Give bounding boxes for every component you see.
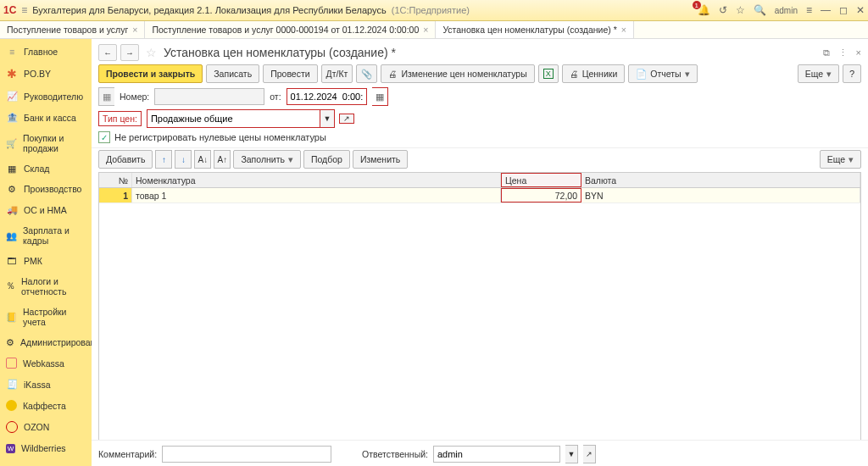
sidebar-item-label: ОС и НМА (24, 205, 67, 215)
user-label[interactable]: admin (775, 6, 798, 15)
sidebar-item-label: Зарплата и кадры (23, 225, 86, 246)
number-input[interactable] (154, 88, 264, 105)
cell-n[interactable]: 1 (99, 188, 132, 202)
number-label: Номер: (120, 92, 149, 102)
reports-dropdown[interactable]: 📄Отчеты (628, 64, 697, 83)
tab-1[interactable]: Поступление товаров и услуг 0000-000194 … (145, 21, 436, 38)
edit-button[interactable]: Изменить (353, 150, 408, 169)
print-icon: 🖨 (388, 69, 398, 79)
bell-badge: 1 (693, 1, 701, 9)
nav-back-button[interactable]: ← (98, 44, 117, 61)
sort-asc-button[interactable]: A↓ (194, 150, 211, 169)
topbar-right: 🔔1 ↺ ☆ 🔍 admin ≡ ― ◻ ✕ (698, 4, 865, 16)
table-row[interactable]: 1 товар 1 72,00 BYN (99, 188, 860, 203)
close-window-icon[interactable]: ✕ (856, 4, 865, 16)
sidebar-item-hr[interactable]: 👥Зарплата и кадры (0, 220, 92, 251)
add-row-button[interactable]: Добавить (98, 150, 153, 169)
sidebar-item-wildberries[interactable]: WWildberries (0, 438, 92, 458)
app-title: Бухгалтерия для Беларуси, редакция 2.1. … (32, 5, 386, 15)
sidebar-item-poby[interactable]: ✱PO.BY (0, 62, 92, 86)
tab-2-close-icon[interactable]: × (621, 25, 626, 35)
calendar-icon[interactable]: ▦ (372, 87, 388, 106)
sidebar-item-webkassa[interactable]: Webkassa (0, 352, 92, 374)
zero-prices-checkbox[interactable]: ✓ (98, 131, 110, 143)
cell-price[interactable]: 72,00 (501, 188, 581, 202)
move-down-button[interactable]: ↓ (175, 150, 192, 169)
date-input[interactable] (287, 88, 367, 105)
sidebar-item-sales[interactable]: 🛒Покупки и продажи (0, 128, 92, 158)
col-nom-header[interactable]: Номенклатура (132, 173, 501, 187)
star-top-icon[interactable]: ☆ (736, 4, 745, 16)
history-icon[interactable]: ↺ (719, 4, 727, 16)
col-cur-header[interactable]: Валюта (581, 173, 860, 187)
table-more-button[interactable]: Еще (820, 150, 861, 169)
detach-window-icon[interactable]: ⧉ (823, 47, 830, 58)
sidebar-item-assets[interactable]: 🚚ОС и НМА (0, 199, 92, 220)
window-options-icon[interactable]: ≡ (806, 4, 812, 16)
maximize-icon[interactable]: ◻ (839, 4, 848, 16)
responsible-open-icon[interactable]: ↗ (583, 445, 596, 463)
move-up-button[interactable]: ↑ (155, 150, 172, 169)
tab-1-close-icon[interactable]: × (423, 25, 428, 35)
webkassa-icon (6, 358, 17, 369)
zero-prices-label: Не регистрировать нулевые цены номенклат… (114, 132, 326, 142)
post-and-close-button[interactable]: Провести и закрыть (98, 64, 203, 83)
sidebar-item-rmk[interactable]: 🗔РМК (0, 251, 92, 271)
paperclip-button[interactable]: 📎 (356, 64, 377, 83)
bell-icon[interactable]: 🔔1 (698, 4, 710, 16)
sidebar-item-bank[interactable]: 🏦Банк и касса (0, 107, 92, 128)
star-icon: ✱ (6, 67, 18, 80)
minimize-icon[interactable]: ― (821, 4, 831, 16)
sidebar-item-admin[interactable]: ⚙Администрирование (0, 332, 92, 352)
price-tags-button[interactable]: 🖨Ценники (562, 64, 626, 83)
search-icon[interactable]: 🔍 (754, 4, 766, 16)
sidebar-item-tax[interactable]: ％Налоги и отчетность (0, 271, 92, 302)
comment-input[interactable] (162, 446, 331, 463)
responsible-input[interactable] (433, 446, 560, 463)
fill-dropdown[interactable]: Заполнить (233, 150, 301, 169)
sidebar-item-label: Главное (24, 47, 58, 57)
post-button[interactable]: Провести (263, 64, 317, 83)
sidebar-item-main[interactable]: ≡Главное (0, 42, 92, 62)
help-button[interactable]: ? (843, 64, 861, 83)
sidebar-item-settings[interactable]: 📒Настройки учета (0, 302, 92, 332)
debit-credit-button[interactable]: Дт/Кт (321, 64, 353, 83)
excel-button[interactable]: X (538, 64, 559, 83)
write-button[interactable]: Записать (206, 64, 259, 83)
sidebar-item-ikassa[interactable]: 🧾iKassa (0, 374, 92, 395)
page-options-icon[interactable]: ⋮ (838, 47, 848, 58)
more-button[interactable]: Еще (798, 64, 839, 83)
sort-desc-button[interactable]: A↑ (214, 150, 231, 169)
sidebar-item-ozon[interactable]: OZON (0, 416, 92, 438)
number-date-row: ▦ Номер: от: ▦ (92, 86, 868, 108)
cell-cur[interactable]: BYN (581, 188, 860, 202)
page-header-icons: ⧉ ⋮ × (823, 47, 861, 58)
nav-forward-button[interactable]: → (120, 44, 139, 61)
col-price-header[interactable]: Цена (501, 173, 581, 187)
sidebar-item-warehouse[interactable]: ▦Склад (0, 158, 92, 179)
admin-icon: ⚙ (6, 337, 14, 347)
responsible-dropdown-icon[interactable]: ▼ (565, 445, 578, 463)
from-label: от: (270, 92, 281, 102)
price-type-open-icon[interactable]: ↗ (339, 114, 354, 124)
price-type-input[interactable] (147, 110, 320, 127)
pick-button[interactable]: Подбор (303, 150, 350, 169)
price-change-button[interactable]: 🖨Изменение цен номенклатуры (381, 64, 534, 83)
cell-nom[interactable]: товар 1 (132, 188, 501, 202)
sidebar-item-label: Wildberries (21, 443, 66, 453)
tab-0-close-icon[interactable]: × (132, 25, 137, 35)
hamburger-icon[interactable]: ≡ (21, 4, 27, 16)
number-icon: ▦ (98, 87, 114, 106)
tab-0[interactable]: Поступление товаров и услуг× (0, 21, 145, 38)
sidebar-item-manager[interactable]: 📈Руководителю (0, 86, 92, 107)
close-page-icon[interactable]: × (856, 47, 861, 58)
tab-2[interactable]: Установка цен номенклатуры (создание) *× (436, 21, 634, 38)
col-n-header[interactable]: № (99, 173, 132, 187)
sidebar-item-label: PO.BY (24, 69, 51, 79)
price-type-dropdown-icon[interactable]: ▼ (320, 110, 334, 127)
sidebar-item-kaffesta[interactable]: Каффеста (0, 395, 92, 416)
sidebar-item-label: OZON (24, 422, 49, 432)
sidebar-item-production[interactable]: ⚙Производство (0, 179, 92, 199)
table-toolbar: Добавить ↑ ↓ A↓ A↑ Заполнить Подбор Изме… (92, 147, 868, 172)
favorite-star-icon[interactable]: ☆ (146, 46, 157, 59)
